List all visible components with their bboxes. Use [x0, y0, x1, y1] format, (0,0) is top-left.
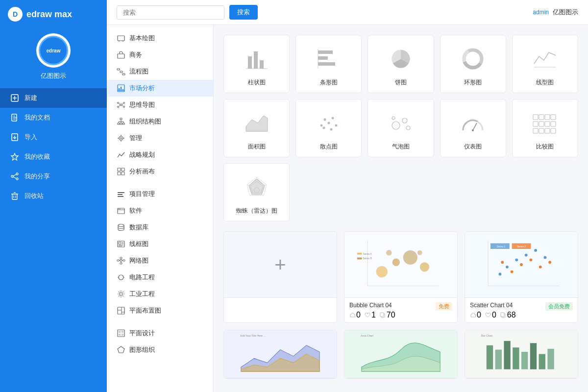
- cat-basic[interactable]: 基本绘图: [107, 30, 213, 47]
- avatar-text: edraw: [47, 48, 61, 53]
- search-button[interactable]: 搜索: [229, 5, 258, 20]
- svg-point-169: [525, 254, 528, 257]
- cat-divider-1: [107, 180, 213, 186]
- sidebar-item-share[interactable]: 我的分享: [0, 167, 107, 186]
- cat-label: 流程图: [129, 67, 148, 76]
- cat-biz[interactable]: 商务: [107, 47, 213, 63]
- svg-rect-106: [318, 62, 335, 66]
- cat-floor[interactable]: 平面布置图: [107, 302, 213, 319]
- svg-rect-64: [118, 196, 123, 197]
- svg-point-172: [501, 261, 504, 264]
- templates-grid: + Bubble Chart: [223, 231, 578, 379]
- svg-point-52: [119, 136, 123, 140]
- cat-flat[interactable]: 平面设计: [107, 325, 213, 342]
- chart-card-line[interactable]: 线型图: [512, 35, 578, 93]
- sidebar-item-trash[interactable]: 回收站: [0, 186, 107, 206]
- sidebar-item-docs[interactable]: 我的文档: [0, 108, 107, 127]
- svg-point-69: [118, 224, 124, 227]
- software-icon: [117, 206, 125, 215]
- cat-project[interactable]: 项目管理: [107, 186, 213, 202]
- svg-rect-78: [120, 260, 122, 261]
- cat-manage[interactable]: 管理: [107, 130, 213, 147]
- svg-point-153: [420, 262, 429, 271]
- logo-text: edraw max: [26, 9, 72, 20]
- network-icon: [117, 256, 125, 265]
- chart-card-pie[interactable]: 饼图: [368, 35, 434, 93]
- cat-divider-2: [107, 319, 213, 325]
- chart-label: 气泡图: [392, 143, 410, 151]
- template-card-bubble04[interactable]: Bubble Chart: [344, 231, 458, 323]
- scatter-chart-icon: [312, 108, 346, 138]
- cat-label: 战略规划: [129, 150, 155, 159]
- svg-point-36: [123, 102, 125, 104]
- svg-rect-46: [122, 123, 124, 124]
- sidebar-logo: D edraw max: [0, 0, 107, 28]
- chart-card-gauge[interactable]: 仪表图: [440, 99, 506, 157]
- svg-rect-31: [119, 88, 120, 91]
- cat-wireframe[interactable]: 线框图: [107, 236, 213, 252]
- svg-point-35: [118, 102, 119, 104]
- sidebar-item-label: 回收站: [24, 192, 44, 200]
- svg-rect-101: [254, 51, 258, 69]
- cat-software[interactable]: 软件: [107, 202, 213, 219]
- svg-rect-194: [547, 349, 554, 369]
- cat-market[interactable]: 市场分析: [107, 80, 213, 97]
- sidebar-item-favorites[interactable]: 我的收藏: [0, 147, 107, 167]
- cat-label: 管理: [129, 134, 142, 143]
- template-card-area01[interactable]: Add Your Title Here ...: [223, 330, 337, 379]
- chart-card-scatter[interactable]: 散点图: [295, 99, 362, 157]
- circuit-icon: [117, 273, 125, 282]
- cat-mind[interactable]: 思维导图: [107, 97, 213, 113]
- svg-rect-95: [122, 331, 123, 333]
- svg-rect-76: [120, 257, 122, 259]
- svg-rect-105: [318, 56, 328, 60]
- mind-icon: [117, 100, 125, 109]
- svg-rect-134: [533, 128, 538, 133]
- cat-flow[interactable]: 流程图: [107, 63, 213, 80]
- svg-point-155: [417, 250, 422, 255]
- svg-rect-126: [533, 115, 538, 120]
- svg-rect-188: [495, 350, 502, 369]
- svg-point-11: [16, 178, 18, 180]
- cat-org[interactable]: 组织结构图: [107, 113, 213, 130]
- trash-icon: [10, 191, 20, 201]
- sidebar-item-new[interactable]: 新建: [0, 88, 107, 108]
- svg-rect-128: [545, 115, 550, 120]
- line-chart-icon: [528, 44, 562, 74]
- heart-icon: [365, 312, 370, 318]
- cat-circuit[interactable]: 电路工程: [107, 269, 213, 286]
- chart-card-strip[interactable]: 条形图: [295, 35, 362, 93]
- chart-card-bar[interactable]: 柱状图: [223, 35, 290, 93]
- search-input[interactable]: [117, 5, 224, 20]
- svg-rect-161: [380, 313, 384, 317]
- template-card-area02[interactable]: Area Chart: [344, 330, 458, 379]
- cat-industrial[interactable]: 工业工程: [107, 286, 213, 302]
- svg-point-122: [406, 126, 410, 130]
- svg-rect-26: [122, 74, 125, 75]
- template-card-bar01[interactable]: Bar Chart: [465, 330, 578, 379]
- cat-database[interactable]: 数据库: [107, 219, 213, 236]
- cat-label: 电路工程: [129, 273, 155, 282]
- chart-card-compare[interactable]: 比较图: [512, 99, 578, 157]
- sidebar-item-import[interactable]: 导入: [0, 127, 107, 147]
- cat-label: 项目管理: [129, 190, 155, 198]
- chart-card-bubble[interactable]: 气泡图: [368, 99, 434, 157]
- radar-chart-icon: [240, 172, 274, 202]
- svg-rect-130: [533, 122, 538, 126]
- chart-card-ring[interactable]: 环形图: [440, 35, 506, 93]
- chart-card-area[interactable]: 面积图: [223, 99, 290, 157]
- cat-graphic[interactable]: 图形组织: [107, 342, 213, 358]
- svg-line-13: [13, 174, 16, 176]
- svg-rect-23: [118, 54, 124, 58]
- cat-analysis[interactable]: 分析画布: [107, 163, 213, 180]
- cat-strategy[interactable]: 战略规划: [107, 147, 213, 163]
- cat-network[interactable]: 网络图: [107, 252, 213, 269]
- analysis-icon: [117, 167, 125, 176]
- svg-rect-133: [551, 122, 556, 126]
- template-card-scatter04[interactable]: Scatter Chart: [465, 231, 578, 323]
- template-card-new[interactable]: +: [223, 231, 337, 323]
- chart-label: 蜘蛛（雷达）图: [236, 207, 277, 215]
- svg-rect-193: [539, 354, 545, 369]
- chart-card-radar[interactable]: 蜘蛛（雷达）图: [223, 163, 290, 221]
- svg-rect-137: [551, 128, 556, 133]
